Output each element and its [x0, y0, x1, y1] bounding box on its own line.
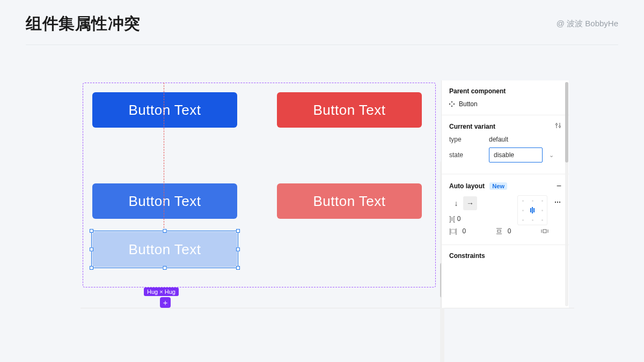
- button-variant-danger-hover[interactable]: Button Text: [277, 183, 422, 219]
- gap-input[interactable]: 0: [457, 215, 461, 223]
- canvas-area[interactable]: Button Text Button Text Button Text Butt…: [80, 80, 441, 308]
- author-credit: @ 波波 BobbyHe: [557, 19, 618, 29]
- constraints-title: Constraints: [449, 252, 485, 260]
- parent-component-section: Parent component Button: [442, 80, 569, 115]
- header-divider: [26, 45, 618, 45]
- component-icon: [449, 101, 455, 107]
- remove-auto-layout-button[interactable]: −: [557, 181, 561, 191]
- more-options-icon[interactable]: ⋯: [554, 198, 561, 206]
- variant-state-label: state: [449, 151, 489, 159]
- variant-type-value[interactable]: default: [489, 136, 508, 143]
- svg-rect-9: [497, 230, 501, 232]
- parent-component-name[interactable]: Button: [459, 100, 478, 108]
- page-title: 组件集属性冲突: [26, 13, 141, 35]
- sliders-icon[interactable]: [555, 122, 561, 130]
- gap-icon: ]ı[: [449, 215, 455, 223]
- inspector-panel: Parent component Button Current variant …: [441, 80, 569, 308]
- padding-horizontal-input[interactable]: 0: [463, 227, 466, 235]
- constraints-section: Constraints: [442, 245, 569, 269]
- direction-horizontal-button[interactable]: →: [463, 196, 477, 210]
- variant-type-label: type: [449, 136, 489, 143]
- independent-padding-icon[interactable]: [541, 228, 548, 234]
- svg-rect-0: [451, 101, 453, 102]
- padding-vertical-icon: [496, 228, 502, 234]
- button-variant-disabled[interactable]: Button Text: [92, 232, 237, 267]
- current-variant-section: Current variant type default state disab…: [442, 115, 569, 174]
- current-variant-title: Current variant: [449, 123, 495, 130]
- workspace: Button Text Button Text Button Text Butt…: [80, 80, 574, 308]
- new-badge: New: [489, 182, 507, 190]
- button-variant-default[interactable]: Button Text: [92, 92, 237, 128]
- svg-point-7: [559, 126, 561, 128]
- button-variant-danger[interactable]: Button Text: [277, 92, 422, 128]
- svg-point-5: [556, 124, 558, 125]
- padding-vertical-input[interactable]: 0: [508, 227, 511, 235]
- padding-horizontal-icon: |□|: [449, 227, 457, 235]
- auto-layout-title: Auto layout: [449, 182, 485, 190]
- parent-component-title: Parent component: [449, 87, 506, 95]
- auto-layout-section: Auto layout New − ↓ → ⋯ ]ı[ 0: [442, 174, 569, 245]
- svg-rect-11: [543, 230, 546, 233]
- variant-state-select[interactable]: disable: [489, 147, 543, 162]
- button-variant-default-hover[interactable]: Button Text: [92, 183, 237, 219]
- direction-vertical-button[interactable]: ↓: [449, 196, 463, 210]
- svg-rect-2: [449, 104, 450, 105]
- svg-rect-3: [453, 104, 455, 105]
- add-variant-button[interactable]: ＋: [160, 297, 171, 308]
- chevron-down-icon[interactable]: ⌄: [549, 152, 554, 159]
- svg-rect-1: [451, 106, 453, 107]
- size-badge: Hug × Hug: [144, 287, 179, 296]
